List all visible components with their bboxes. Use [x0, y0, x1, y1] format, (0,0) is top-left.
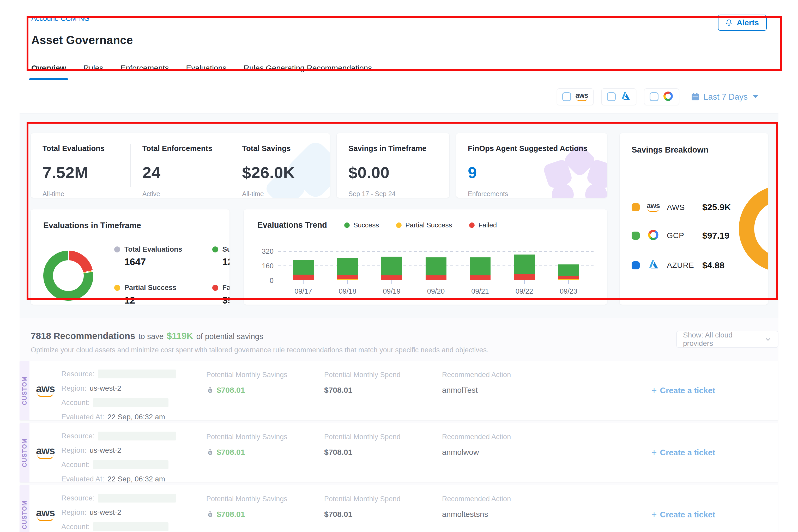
- overview-stats-section: Total Evaluations 7.52M All-time Total E…: [20, 113, 778, 318]
- stat-value: $26.0K: [242, 163, 318, 182]
- create-ticket-button[interactable]: + Create a ticket: [651, 510, 715, 519]
- tab-rules[interactable]: Rules: [83, 56, 103, 80]
- totals-card: Total Evaluations 7.52M All-time Total E…: [31, 133, 330, 198]
- legend-dot: [396, 223, 402, 228]
- create-ticket-button[interactable]: + Create a ticket: [651, 448, 715, 457]
- plus-icon: +: [651, 386, 657, 395]
- x-axis-label: 09/18: [337, 287, 358, 296]
- recommendation-row: CUSTOM aws Resource: Region:us-west-2 Ac…: [20, 485, 778, 532]
- bar-segment-success: [381, 256, 402, 276]
- legend-dot: [469, 223, 475, 228]
- legend-item-failed: Failed 353: [212, 284, 229, 305]
- legend-dot: [344, 223, 350, 228]
- bar-segment-failed: [381, 276, 402, 280]
- stat-label: Total Savings: [242, 144, 318, 153]
- breakdown-item-azure: AZURE$4.88: [632, 259, 731, 272]
- bar-segment-failed: [425, 276, 446, 280]
- bar-09-20: [425, 258, 446, 280]
- y-axis-label: 160: [258, 262, 273, 270]
- recommended-action: Recommended Action anmolwow: [442, 423, 588, 482]
- custom-tag: CUSTOM: [20, 423, 30, 482]
- cloud-provider-filter-dropdown[interactable]: Show: All cloud providers: [676, 331, 778, 348]
- provider-filters: aws: [557, 89, 679, 105]
- bar-09-17: [293, 260, 314, 280]
- legend-value: 353: [212, 295, 229, 305]
- legend-swatch: [632, 232, 640, 240]
- evaluations-donut-chart: [43, 251, 93, 301]
- alerts-button[interactable]: Alerts: [718, 15, 767, 31]
- gcp-checkbox[interactable]: [650, 92, 659, 101]
- legend-value: 1282: [212, 256, 229, 268]
- tab-rules-generating-recommendations[interactable]: Rules Generating Recommendations: [244, 56, 372, 80]
- axis-tick: [524, 280, 525, 284]
- x-axis-label: 09/22: [514, 287, 535, 296]
- tab-bar: OverviewRulesEnforcementsEvaluationsRule…: [20, 56, 778, 80]
- bar-segment-failed: [337, 275, 358, 279]
- stat-caption: Sep 17 - Sep 24: [348, 190, 438, 198]
- account-skeleton: [93, 460, 169, 469]
- x-axis-label: 09/20: [425, 287, 446, 296]
- stat-label: Total Enforcements: [142, 144, 218, 153]
- custom-tag: CUSTOM: [20, 361, 30, 420]
- savings-donut-chart: [739, 185, 768, 272]
- resource-skeleton: [98, 494, 176, 502]
- tab-overview[interactable]: Overview: [31, 56, 66, 80]
- bar-09-19: [381, 256, 402, 280]
- legend-swatch: [632, 261, 640, 269]
- stat-value: 7.52M: [42, 163, 119, 182]
- bar-09-22: [514, 254, 535, 280]
- aws-icon: aws: [36, 446, 55, 459]
- stat-value: 9: [468, 163, 595, 182]
- provider-savings-value: $97.19: [702, 230, 729, 241]
- recommendations-title-text: to save: [138, 332, 164, 341]
- y-axis-label: 320: [258, 247, 273, 255]
- money-bag-icon: $: [206, 510, 214, 518]
- recommendations-count: 7818 Recommendations: [31, 331, 135, 341]
- potential-monthly-spend: Potential Monthly Spend $708.01: [324, 361, 442, 420]
- azure-checkbox[interactable]: [607, 92, 616, 101]
- custom-tag: CUSTOM: [20, 485, 30, 532]
- aws-checkbox[interactable]: [562, 92, 571, 101]
- tab-evaluations[interactable]: Evaluations: [186, 56, 226, 80]
- provider-filter-gcp[interactable]: [644, 89, 679, 105]
- date-range-label: Last 7 Days: [704, 92, 748, 102]
- evaluations-trend-card: Evaluations Trend Success Partial Succes…: [244, 209, 607, 305]
- stat-label: FinOps Agent Suggested Actions: [468, 144, 595, 153]
- bar-09-23: [558, 264, 579, 280]
- plus-icon: +: [651, 510, 657, 519]
- aws-icon: aws: [36, 384, 55, 397]
- bar-segment-success: [470, 258, 491, 275]
- recommendation-details: Resource: Region:us-west-2 Account: Eval…: [61, 485, 206, 532]
- date-range-picker[interactable]: Last 7 Days: [690, 92, 758, 102]
- gcp-icon: [663, 91, 673, 103]
- recommendation-details: Resource: Region:us-west-2 Account: Eval…: [61, 361, 206, 420]
- plus-icon: +: [651, 448, 657, 457]
- tab-enforcements[interactable]: Enforcements: [120, 56, 169, 80]
- money-bag-icon: $: [206, 448, 214, 456]
- create-ticket-button[interactable]: + Create a ticket: [651, 386, 715, 395]
- svg-text:$: $: [209, 451, 211, 455]
- legend-value: 12: [114, 295, 182, 305]
- axis-tick: [303, 280, 304, 284]
- legend-dot: [114, 246, 120, 252]
- provider-filter-azure[interactable]: [601, 89, 636, 105]
- bell-icon: [725, 19, 733, 27]
- cloud-provider-filter-value: Show: All cloud providers: [683, 331, 764, 348]
- card-title: Evaluations in Timeframe: [43, 221, 217, 230]
- legend-item-total-evaluations: Total Evaluations 1647: [114, 245, 182, 268]
- potential-monthly-spend: Potential Monthly Spend $708.01: [324, 485, 442, 532]
- recommended-action: Recommended Action anmolTest: [442, 361, 588, 420]
- resource-skeleton: [98, 432, 176, 440]
- potential-monthly-savings: Potential Monthly Savings $ $708.01: [206, 423, 324, 482]
- provider-filter-aws[interactable]: aws: [557, 89, 593, 105]
- account-breadcrumb[interactable]: Account: CCM-NG: [31, 15, 90, 22]
- svg-text:$: $: [209, 513, 211, 517]
- account-skeleton: [93, 398, 169, 407]
- legend-item-partial-success: Partial Success 12: [114, 284, 182, 305]
- legend-dot: [212, 285, 218, 291]
- legend-item-success: Success 1282: [212, 245, 229, 268]
- provider-savings-value: $25.9K: [702, 202, 731, 212]
- legend-dot: [114, 285, 120, 291]
- legend-value: 1647: [114, 256, 182, 268]
- alerts-label: Alerts: [737, 18, 759, 27]
